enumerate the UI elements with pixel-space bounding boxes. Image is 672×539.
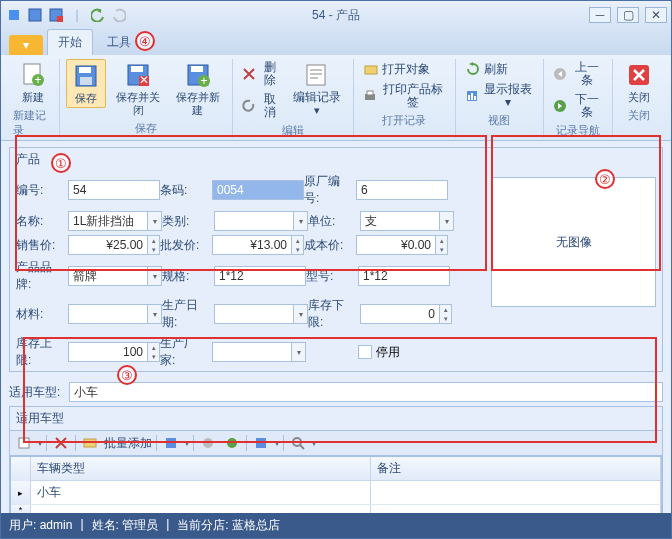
- svg-rect-8: [79, 67, 91, 73]
- save-button[interactable]: 保存: [66, 59, 106, 108]
- grid-tool2-icon[interactable]: [251, 433, 271, 453]
- minimize-button[interactable]: ─: [589, 7, 611, 23]
- whole-spin[interactable]: ▴▾: [292, 235, 304, 255]
- svg-text:+: +: [200, 74, 207, 88]
- svg-rect-0: [9, 10, 19, 20]
- window-title: 54 - 产品: [312, 7, 360, 24]
- svg-rect-26: [468, 95, 470, 100]
- qat-icon[interactable]: [5, 6, 23, 24]
- pdate-label: 生产日期:: [162, 297, 214, 331]
- qat-undo-icon[interactable]: [89, 6, 107, 24]
- batch-add-label[interactable]: 批量添加: [104, 435, 152, 452]
- grid-new-icon[interactable]: [14, 433, 34, 453]
- factory-dd[interactable]: ▾: [292, 342, 306, 362]
- svg-line-39: [300, 445, 304, 449]
- pdate-input[interactable]: [214, 304, 294, 324]
- cost-input[interactable]: [356, 235, 436, 255]
- grid-next-icon[interactable]: [222, 433, 242, 453]
- svg-rect-9: [80, 77, 92, 85]
- svg-text:✕: ✕: [139, 73, 149, 87]
- stockmin-input[interactable]: [360, 304, 440, 324]
- svg-text:+: +: [35, 73, 42, 87]
- material-dd[interactable]: ▾: [148, 304, 162, 324]
- save-new-button[interactable]: +保存并新建: [170, 59, 226, 119]
- svg-rect-3: [57, 16, 63, 22]
- stockmax-label: 库存上限:: [16, 335, 68, 369]
- sale-spin[interactable]: ▴▾: [148, 235, 160, 255]
- spec-input[interactable]: [214, 266, 306, 286]
- refresh-button[interactable]: 刷新: [462, 59, 537, 79]
- svg-rect-32: [19, 438, 29, 448]
- svg-rect-28: [474, 96, 476, 100]
- svg-rect-1: [29, 9, 41, 21]
- next-record-button[interactable]: 下一条: [550, 91, 606, 121]
- print-label-button[interactable]: 打印产品标签: [360, 81, 449, 111]
- whole-input[interactable]: [212, 235, 292, 255]
- unit-dd[interactable]: ▾: [440, 211, 454, 231]
- id-input[interactable]: [68, 180, 160, 200]
- grid-batch-icon[interactable]: [80, 433, 100, 453]
- factory-input[interactable]: [212, 342, 292, 362]
- grid-toolbar: ▾ 批量添加 ▾ ▾ ▾: [10, 430, 662, 456]
- ribbon-tabs: ▾ 开始 工具: [1, 29, 671, 55]
- brand-label: 产品品牌:: [16, 259, 68, 293]
- qat-save-icon[interactable]: [26, 6, 44, 24]
- svg-rect-18: [307, 65, 325, 85]
- grid-prev-icon[interactable]: [198, 433, 218, 453]
- brand-input[interactable]: [68, 266, 148, 286]
- qat-save2-icon[interactable]: [47, 6, 65, 24]
- material-input[interactable]: [68, 304, 148, 324]
- grid-search-icon[interactable]: [288, 433, 308, 453]
- table-row-new[interactable]: *: [11, 505, 661, 513]
- name-label: 名称:: [16, 213, 68, 230]
- cost-spin[interactable]: ▴▾: [436, 235, 448, 255]
- cat-input[interactable]: [214, 211, 294, 231]
- col-type[interactable]: 车辆类型: [31, 457, 371, 481]
- grid-tool1-icon[interactable]: [161, 433, 181, 453]
- unit-input[interactable]: [360, 211, 440, 231]
- delete-button[interactable]: 删除: [239, 59, 283, 89]
- qat-redo-icon[interactable]: [110, 6, 128, 24]
- applicable-panel-title: 适用车型: [10, 407, 662, 430]
- barcode-input[interactable]: [212, 180, 304, 200]
- show-report-button[interactable]: 显示报表 ▾: [462, 81, 537, 111]
- new-button[interactable]: +新建: [13, 59, 53, 106]
- grid-delete-icon[interactable]: [51, 433, 71, 453]
- qat-sep: |: [68, 6, 86, 24]
- close-window-button[interactable]: ✕: [645, 7, 667, 23]
- image-placeholder[interactable]: 无图像: [491, 177, 656, 307]
- save-close-button[interactable]: ✕保存并关闭: [110, 59, 166, 119]
- disabled-checkbox[interactable]: [358, 345, 372, 359]
- mfr-label: 原厂编号:: [304, 173, 356, 207]
- unit-label: 单位:: [308, 213, 360, 230]
- edit-record-button[interactable]: 编辑记录 ▾: [287, 59, 347, 119]
- table-row[interactable]: ▸ 小车: [11, 481, 661, 505]
- name-input[interactable]: [68, 211, 148, 231]
- tab-start[interactable]: 开始: [47, 29, 93, 55]
- open-object-button[interactable]: 打开对象: [360, 59, 449, 79]
- svg-rect-27: [471, 93, 473, 100]
- brand-dd[interactable]: ▾: [148, 266, 162, 286]
- status-bar: 用户: admin | 姓名: 管理员 | 当前分店: 蓝格总店: [1, 513, 671, 538]
- pdate-dd[interactable]: ▾: [294, 304, 308, 324]
- product-panel-title: 产品: [10, 148, 662, 171]
- applicable-input[interactable]: [69, 382, 663, 402]
- content-area: 产品 编号: 条码: 原厂编号: 名称:▾ 类别:▾ 单位:▾ 销售价:▴▾: [1, 141, 671, 513]
- close-button[interactable]: 关闭: [619, 59, 659, 106]
- stockmax-input[interactable]: [68, 342, 148, 362]
- col-remark[interactable]: 备注: [371, 457, 661, 481]
- name-dd[interactable]: ▾: [148, 211, 162, 231]
- svg-rect-24: [367, 91, 373, 95]
- cat-dd[interactable]: ▾: [294, 211, 308, 231]
- maximize-button[interactable]: ▢: [617, 7, 639, 23]
- applicable-label: 适用车型:: [9, 384, 69, 401]
- stockmax-spin[interactable]: ▴▾: [148, 342, 160, 362]
- prev-record-button[interactable]: 上一条: [550, 59, 606, 89]
- file-menu[interactable]: ▾: [9, 35, 43, 55]
- mfr-input[interactable]: [356, 180, 448, 200]
- sale-input[interactable]: [68, 235, 148, 255]
- model-input[interactable]: [358, 266, 450, 286]
- id-label: 编号:: [16, 182, 68, 199]
- cancel-button[interactable]: 取消: [239, 91, 283, 121]
- stockmin-spin[interactable]: ▴▾: [440, 304, 452, 324]
